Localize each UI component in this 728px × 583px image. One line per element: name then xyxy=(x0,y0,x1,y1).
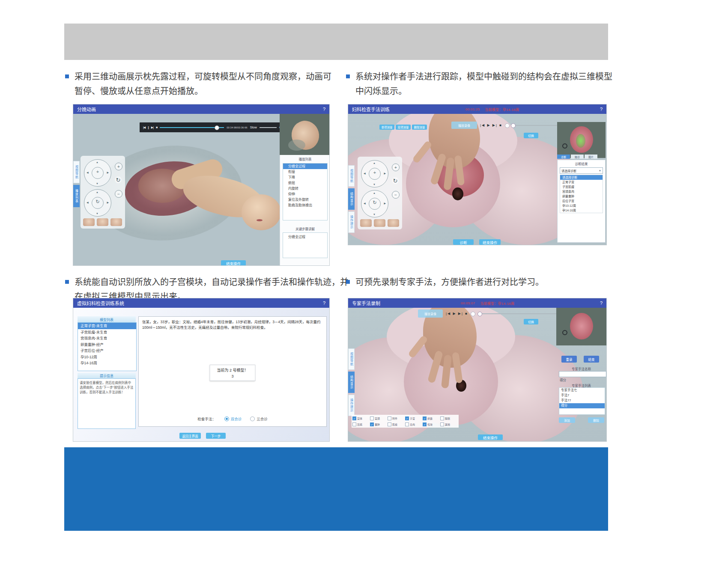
secondary-view-preview[interactable] xyxy=(280,114,329,155)
timeline-slider[interactable] xyxy=(477,313,567,314)
speed-slider[interactable] xyxy=(260,127,277,128)
structure-checkbox[interactable]: ✓宫体 xyxy=(352,415,370,421)
stop-icon[interactable]: ■ xyxy=(465,312,468,315)
diagnosis-option[interactable]: 孕14-16周 xyxy=(560,208,603,213)
structure-checkbox[interactable]: 肌瘤 xyxy=(388,421,405,427)
view-thumbnail-3[interactable] xyxy=(388,219,399,227)
skip-back-icon[interactable]: |◀ xyxy=(446,312,451,315)
diagnosis-option[interactable]: 孕10-12周 xyxy=(560,203,603,208)
zoom-out-button[interactable]: − xyxy=(392,191,400,199)
rerecord-button[interactable]: 重录 xyxy=(561,356,577,363)
single-measure-button[interactable]: 单项测量 xyxy=(379,125,394,130)
side-tab-playlist[interactable]: 播放列表 xyxy=(73,185,80,207)
pan-up-icon[interactable]: ▲ xyxy=(96,161,98,164)
side-tab-view-nav[interactable]: 视图导航 xyxy=(348,348,355,370)
diagnosis-option[interactable]: 请选择诊断 xyxy=(560,175,603,180)
finish-record-button[interactable]: 结束 xyxy=(584,356,599,363)
pan-pad[interactable]: ▲ ▼ ◀ ▶ + xyxy=(361,160,388,187)
expert-list-item[interactable]: 得分 xyxy=(559,403,605,408)
rotate-center-icon[interactable]: ↻ xyxy=(361,200,388,205)
diagnosis-option[interactable]: 宫颈息肉 xyxy=(560,189,603,194)
skip-forward-icon[interactable]: ▶| xyxy=(492,123,498,127)
end-operation-button[interactable]: 结束操作 xyxy=(221,260,246,265)
model-list-item[interactable]: 子宫后位-经产 xyxy=(78,348,136,354)
back-to-main-button[interactable]: 返回主界面 xyxy=(179,433,201,439)
structure-checkbox[interactable]: 宫颈 xyxy=(370,415,388,421)
model-list-item[interactable]: 卵巢囊肿-经产 xyxy=(78,342,136,348)
pan-down-icon[interactable]: ▼ xyxy=(96,182,98,185)
diagnose-button[interactable]: 诊断 xyxy=(453,239,474,245)
view-thumbnail-1[interactable] xyxy=(83,218,95,226)
timeline-thumb[interactable] xyxy=(511,123,516,128)
diagnosis-select[interactable]: 请选择诊断 ▼ xyxy=(560,167,603,174)
rotate-up-icon[interactable]: ▲ xyxy=(96,191,98,193)
skip-back-icon[interactable]: |◀ xyxy=(480,123,485,127)
rotate-pad[interactable]: ▲ ▼ ◀ ▶ ↻ xyxy=(84,189,111,217)
titlebar[interactable]: 妇科检查手法训练 00:01:25 当前模型：孕14-16周 ? xyxy=(348,104,606,114)
end-operation-button[interactable]: 结束操作 xyxy=(479,239,501,245)
radio-bimanual[interactable]: 双合诊 xyxy=(224,416,242,421)
help-icon[interactable]: ? xyxy=(600,300,603,306)
double-measure-button[interactable]: 双项测量 xyxy=(396,125,411,130)
record-dot-icon[interactable] xyxy=(505,123,510,128)
zoom-in-button[interactable]: + xyxy=(392,164,400,171)
titlebar[interactable]: 虚拟妇科检查训练系统 ? xyxy=(73,298,329,308)
skip-forward-icon[interactable]: ▶| xyxy=(458,312,463,315)
expert-list-item[interactable]: 手法7 xyxy=(559,393,605,398)
reset-rotate-button[interactable]: ↻ xyxy=(115,176,122,183)
model-list-item[interactable]: 孕10-12周 xyxy=(78,354,136,360)
playlist-item[interactable]: 复位及外旋转 xyxy=(283,197,327,202)
switch-view-button[interactable]: 切换 xyxy=(524,133,538,138)
side-tab-hint[interactable]: 操作提示 xyxy=(348,211,355,233)
expert-name-input[interactable] xyxy=(559,371,606,377)
rotate-pad[interactable]: ▲ ▼ ◀ ▶ ↻ xyxy=(361,190,388,217)
end-operation-button[interactable]: 结束操作 xyxy=(478,434,503,440)
rotate-up-icon[interactable]: ▲ xyxy=(373,192,376,194)
pan-down-icon[interactable]: ▼ xyxy=(373,183,376,186)
player-icons[interactable]: |◀ ▶ ▶| ■ xyxy=(480,123,502,127)
side-tab-structure[interactable]: 结构显示 xyxy=(348,372,355,393)
view-thumbnail-3[interactable] xyxy=(110,218,122,226)
playlist-item[interactable]: 俯屈 xyxy=(283,180,327,186)
switch-view-button[interactable]: 切换 xyxy=(524,319,538,324)
play-record-button[interactable]: 播放录像 xyxy=(418,309,443,318)
player-icons[interactable]: |◀ ▶ ▶| ■ xyxy=(446,312,468,315)
delete-button[interactable]: 删除 xyxy=(588,417,604,423)
help-icon[interactable]: ? xyxy=(323,107,325,112)
model-list-item[interactable]: 宫颈息肉-未生育 xyxy=(78,335,136,342)
progress-thumb[interactable] xyxy=(215,125,219,130)
stop-icon[interactable]: ■ xyxy=(499,123,502,127)
model-list-item[interactable]: 正常子宫-未生育 xyxy=(78,323,136,329)
structure-checkbox[interactable]: 附件 xyxy=(388,415,405,421)
playlist-item[interactable]: 仰伸 xyxy=(283,191,327,197)
zoom-in-button[interactable]: + xyxy=(115,163,122,170)
view-thumbnail-1[interactable] xyxy=(360,219,372,227)
rotate-down-icon[interactable]: ▼ xyxy=(373,213,376,216)
rotate-center-icon[interactable]: ↻ xyxy=(84,199,111,205)
model-list-item[interactable]: 子宫肌瘤-未生育 xyxy=(78,329,136,336)
progress-slider[interactable] xyxy=(160,127,224,128)
playlist-item[interactable]: 衔接 xyxy=(283,169,327,175)
structure-checkbox[interactable]: 息肉 xyxy=(405,421,423,427)
structure-checkbox[interactable]: ✓卵巢 xyxy=(423,415,440,421)
panel-tab[interactable]: 图片 xyxy=(585,155,597,159)
side-tab-view-nav[interactable]: 视图导航 xyxy=(73,161,80,183)
panel-tab[interactable]: 触诊 xyxy=(571,155,584,159)
pan-center-icon[interactable]: + xyxy=(84,169,111,174)
titlebar[interactable]: 专家手法录制 00:05:07 当前模型：孕14-16周 ? xyxy=(348,298,606,308)
structure-checkbox[interactable]: ✓子宫 xyxy=(405,415,423,421)
side-tab-view-nav[interactable]: 视图导航 xyxy=(348,165,355,187)
structure-checkbox[interactable]: ✓包块 xyxy=(423,421,440,427)
diagnosis-option[interactable]: 正常子宫 xyxy=(560,180,603,184)
expert-list-item[interactable]: 手法77 xyxy=(559,398,605,403)
timeline-slider[interactable] xyxy=(511,125,564,126)
playlist-item[interactable]: 分娩全过程 xyxy=(283,164,327,169)
playlist-item[interactable]: 内旋转 xyxy=(283,186,327,191)
playlist-item[interactable]: 胎肩及胎体娩出 xyxy=(283,202,327,208)
playlist-item[interactable]: 下降 xyxy=(283,175,327,180)
timeline-thumb[interactable] xyxy=(477,312,482,316)
next-step-button[interactable]: 下一步 xyxy=(206,433,226,439)
expert-list-item[interactable]: 专家手法七 xyxy=(559,388,605,393)
pan-up-icon[interactable]: ▲ xyxy=(373,162,376,164)
side-tab-hint[interactable]: 操作提示 xyxy=(348,395,355,416)
